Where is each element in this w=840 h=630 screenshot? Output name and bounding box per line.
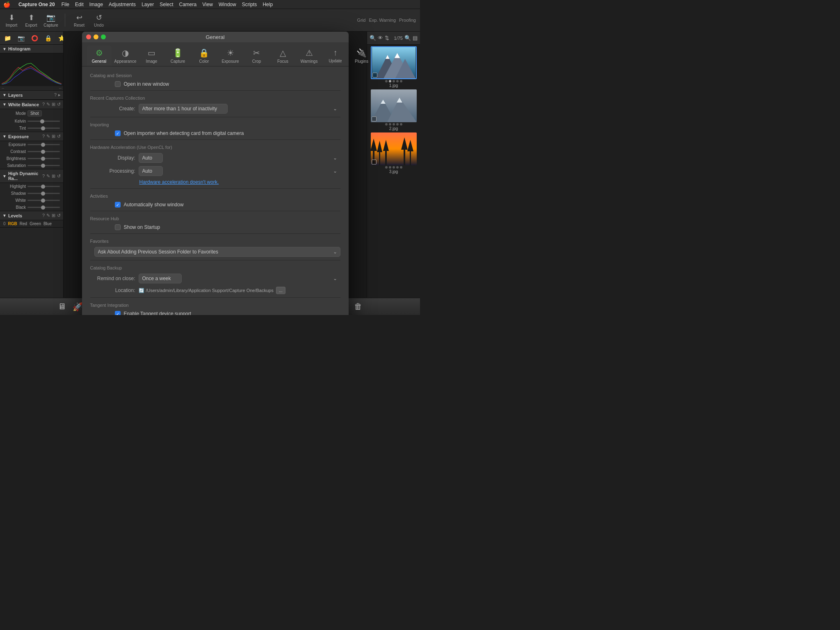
exposure-help[interactable]: ?	[42, 134, 45, 139]
exposure-saturation-track[interactable]	[27, 165, 60, 166]
hdr-help[interactable]: ?	[42, 173, 45, 179]
wb-tint-thumb[interactable]	[41, 126, 45, 130]
tab-focus[interactable]: △ Focus	[271, 46, 295, 66]
thumb-checkbox-1[interactable]	[372, 73, 377, 78]
search-icon-right[interactable]: 🔍	[404, 35, 411, 41]
exposure-reset[interactable]: ↺	[57, 134, 61, 139]
wb-kelvin-track[interactable]	[27, 121, 60, 122]
layers-help[interactable]: ?	[54, 92, 57, 98]
wb-header[interactable]: ▼ White Balance ? ✎ ⊞ ↺	[0, 100, 63, 109]
processing-select[interactable]: Auto	[139, 166, 163, 176]
exposure-contrast-thumb[interactable]	[41, 150, 45, 154]
levels-blue-tab[interactable]: Blue	[43, 221, 52, 226]
hdr-reset[interactable]: ↺	[57, 173, 61, 179]
layers-header[interactable]: ▼ Layers ? ▸	[0, 91, 63, 100]
levels-header[interactable]: ▼ Levels ? ✎ ⊞ ↺	[0, 211, 63, 220]
tab-warnings[interactable]: ⚠ Warnings	[297, 46, 322, 66]
dock-trash[interactable]: 🗑	[351, 300, 365, 314]
maximize-button[interactable]	[101, 34, 106, 39]
hdr-black-track[interactable]	[27, 207, 60, 208]
open-importer-checkbox[interactable]: ✓	[115, 130, 121, 136]
tab-general[interactable]: ⚙ General	[87, 46, 112, 66]
menu-file[interactable]: File	[62, 2, 69, 7]
wb-mode-value[interactable]: Shot	[27, 110, 42, 116]
menu-camera[interactable]: Camera	[179, 2, 197, 7]
exposure-brightness-thumb[interactable]	[41, 157, 45, 161]
tab-crop[interactable]: ✂ Crop	[244, 46, 269, 66]
open-new-window-checkbox[interactable]	[115, 81, 121, 87]
hw-warning-link[interactable]: Hardware acceleration doesn't work.	[90, 179, 340, 185]
grid-label[interactable]: Grid	[357, 18, 366, 23]
menu-scripts[interactable]: Scripts	[242, 2, 257, 7]
tab-exposure[interactable]: ☀ Exposure	[218, 46, 243, 66]
menu-select[interactable]: Select	[160, 2, 173, 7]
remind-select[interactable]: Once a week	[139, 274, 182, 283]
import-button[interactable]: ⬇ Import	[4, 13, 19, 27]
wb-more[interactable]: ⊞	[52, 102, 55, 107]
menu-image[interactable]: Image	[89, 2, 103, 7]
wb-edit[interactable]: ✎	[46, 102, 50, 107]
minimize-button[interactable]	[94, 34, 98, 39]
hdr-highlight-thumb[interactable]	[41, 185, 45, 189]
levels-green-tab[interactable]: Green	[30, 221, 41, 226]
tab-color[interactable]: 🔒 Color	[192, 46, 217, 66]
apple-menu[interactable]: 🍎	[3, 1, 10, 8]
display-select[interactable]: Auto	[139, 153, 163, 163]
menu-layer[interactable]: Layer	[142, 2, 154, 7]
folder-tool[interactable]: 📁	[2, 34, 13, 42]
hdr-more[interactable]: ⊞	[52, 173, 55, 179]
location-browse-button[interactable]: ...	[276, 287, 285, 294]
auto-show-checkbox[interactable]: ✓	[115, 202, 121, 208]
menu-edit[interactable]: Edit	[75, 2, 84, 7]
hdr-shadow-track[interactable]	[27, 193, 60, 194]
enable-tangent-checkbox[interactable]: ✓	[115, 311, 121, 315]
exposure-edit[interactable]: ✎	[46, 134, 50, 139]
tab-capture[interactable]: 🔋 Capture	[166, 46, 190, 66]
hdr-white-track[interactable]	[27, 200, 60, 201]
exposure-saturation-thumb[interactable]	[41, 164, 45, 168]
thumb-checkbox-2[interactable]	[372, 116, 377, 121]
thumbnail-item-1[interactable]: 1.jpg	[369, 46, 418, 88]
export-button[interactable]: ⬆ Export	[24, 13, 39, 27]
thumbnail-item-2[interactable]: 2.jpg	[369, 89, 418, 131]
wb-tint-track[interactable]	[27, 128, 60, 129]
levels-rgb-tab[interactable]: RGB	[8, 221, 17, 226]
hdr-edit[interactable]: ✎	[46, 173, 50, 179]
proofing-label[interactable]: Proofing	[399, 18, 416, 23]
levels-more[interactable]: ⊞	[52, 213, 55, 218]
show-startup-checkbox[interactable]	[115, 224, 121, 230]
wb-kelvin-thumb[interactable]	[40, 119, 44, 123]
hdr-black-thumb[interactable]	[41, 205, 45, 210]
sort-icon[interactable]: ⇅	[385, 35, 389, 41]
levels-red-tab[interactable]: Red	[20, 221, 27, 226]
undo-button[interactable]: ↺ Undo	[91, 13, 106, 27]
exposure-exposure-thumb[interactable]	[41, 143, 45, 147]
lock-tool[interactable]: 🔒	[43, 34, 53, 42]
levels-help[interactable]: ?	[42, 213, 45, 218]
exposure-header[interactable]: ▼ Exposure ? ✎ ⊞ ↺	[0, 132, 63, 141]
wb-help[interactable]: ?	[42, 102, 45, 107]
hdr-highlight-track[interactable]	[27, 186, 60, 187]
exposure-brightness-track[interactable]	[27, 158, 60, 159]
eye-icon[interactable]: 👁	[378, 35, 383, 41]
levels-edit[interactable]: ✎	[46, 213, 50, 218]
exposure-more[interactable]: ⊞	[52, 134, 55, 139]
thumb-checkbox-3[interactable]	[372, 160, 377, 164]
favorites-select[interactable]: Ask About Adding Previous Session Folder…	[94, 247, 340, 257]
camera-tool[interactable]: 📷	[16, 34, 26, 42]
reset-button[interactable]: ↩ Reset	[72, 13, 87, 27]
circle-tool[interactable]: ⭕	[30, 34, 40, 42]
tab-plugins[interactable]: 🔌 Plugins	[349, 46, 374, 66]
hdr-header[interactable]: ▼ High Dynamic Ra... ? ✎ ⊞ ↺	[0, 169, 63, 183]
dock-finder[interactable]: 🖥	[55, 300, 69, 314]
capture-button[interactable]: 📷 Capture	[43, 13, 58, 27]
tab-image[interactable]: ▭ Image	[139, 46, 164, 66]
exposure-contrast-track[interactable]	[27, 151, 60, 152]
exposure-exposure-track[interactable]	[27, 144, 60, 145]
filter-icon[interactable]: ▤	[413, 35, 418, 41]
tab-appearance[interactable]: ◑ Appearance	[113, 46, 138, 66]
search-icon[interactable]: 🔍	[370, 35, 376, 41]
star-tool[interactable]: ⭐	[57, 34, 64, 42]
histogram-header[interactable]: ▼ Histogram	[0, 45, 63, 53]
menu-window[interactable]: Window	[219, 2, 236, 7]
